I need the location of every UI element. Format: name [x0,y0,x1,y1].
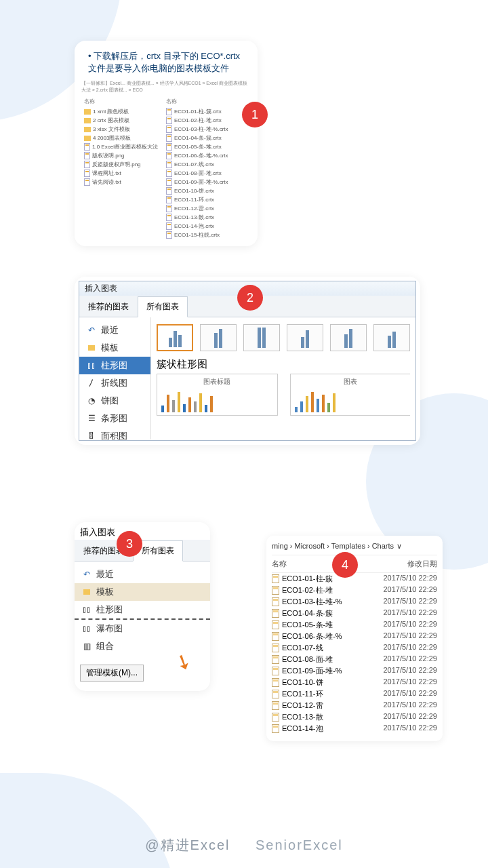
cat-bar[interactable]: ☰条形图 [79,410,150,427]
template-file-icon [272,644,279,652]
table-row[interactable]: ECO1-10-饼2017/5/10 22:29 [272,677,437,688]
table-row[interactable]: ECO1-13-散2017/5/10 22:29 [272,711,437,723]
list-item[interactable]: ECO1-12-雷.crtx [166,204,251,213]
template-file-icon [272,586,279,595]
cat-recent[interactable]: ↶最近 [79,321,150,339]
file-icon [166,178,172,186]
subtype-stacked-pct[interactable] [243,324,280,351]
list-item[interactable]: 4 2003图表模板 [84,134,166,142]
list-item[interactable]: 3 xlsx 文件模板 [84,125,166,134]
cat-template[interactable]: 模板 [75,583,210,601]
file-icon [166,134,172,142]
step-badge-2: 2 [237,285,263,311]
template-file-icon [272,690,279,698]
cat-pie[interactable]: ◔饼图 [79,392,150,410]
table-row[interactable]: ECO1-09-面-堆-%2017/5/10 22:29 [272,665,437,677]
panel-step3: 插入图表 推荐的图表 所有图表 ↶最近 模板 ⫿⫿柱形图 ⫿⫿瀑布图 ▥组合 管… [75,522,210,691]
explorer-breadcrumb[interactable]: ming›Microsoft›Templates›Charts∨ [272,540,437,555]
table-row[interactable]: ECO1-02-柱-堆2017/5/10 22:29 [272,585,437,596]
file-icon [166,143,172,151]
cat-label: 条形图 [101,412,127,425]
list-item[interactable]: 1 xml 颜色模板 [84,107,166,116]
list-item[interactable]: 1.0 Excel商业图表模板大法 [84,142,166,151]
cat-recent[interactable]: ↶最近 [75,566,210,583]
tab-all-charts[interactable]: 所有图表 [138,296,188,317]
table-row[interactable]: ECO1-08-面-堆2017/5/10 22:29 [272,654,437,665]
col-header: 名称 [166,98,251,105]
table-row[interactable]: ECO1-04-条-簇2017/5/10 22:29 [272,608,437,619]
file-icon [166,170,172,177]
list-item[interactable]: 请先阅读.txt [84,178,166,186]
list-item[interactable]: 课程网址.txt [84,169,166,178]
table-row[interactable]: ECO1-05-条-堆2017/5/10 22:29 [272,619,437,631]
list-item[interactable]: ECO1-13-散.crtx [166,213,251,222]
table-row[interactable]: ECO1-14-泡2017/5/10 22:29 [272,723,437,734]
subtype-3d-column[interactable] [373,324,410,351]
breadcrumb: 【一研修班】Excel... 商业图表模... » 经济学人风格ECO1 » E… [81,80,251,94]
dialog-title: 插入图表 [75,522,210,540]
list-item[interactable]: ECO1-02-柱-堆.crtx [166,116,251,125]
chart-subtype-row [157,324,410,351]
template-file-icon [272,667,279,675]
cat-label: 模板 [96,586,114,598]
folder-icon [84,136,91,141]
sample-chart-1[interactable]: 图表标题 [157,374,278,416]
list-item[interactable]: ECO1-15-柱线.crtx [166,231,251,239]
table-row[interactable]: ECO1-03-柱-堆-%2017/5/10 22:29 [272,596,437,608]
footer-en: SeniorExcel [256,837,343,852]
list-item[interactable]: 反盗版使权声明.png [84,160,166,169]
template-file-icon [272,713,279,722]
template-file-icon [272,632,279,641]
cat-column[interactable]: ⫿⫿柱形图 [79,357,150,374]
list-item[interactable]: ECO1-05-条-堆.crtx [166,142,251,151]
subtype-stacked[interactable] [200,324,237,351]
chevron-down-icon[interactable]: ∨ [396,542,402,550]
table-row[interactable]: ECO1-06-条-堆-%2017/5/10 22:29 [272,631,437,642]
list-item[interactable]: ECO1-06-条-堆-%.crtx [166,151,251,160]
list-item[interactable]: ECO1-10-饼.crtx [166,186,251,195]
cat-label: 面积图 [101,430,127,442]
folder-icon [84,109,91,115]
template-file-icon [272,609,279,618]
file-icon [166,108,172,115]
list-item[interactable]: ECO1-09-面-堆-%.crtx [166,178,251,186]
list-item[interactable]: ECO1-14-泡.crtx [166,222,251,231]
file-icon [166,161,172,168]
list-item[interactable]: ECO1-04-条-簇.crtx [166,134,251,142]
list-item[interactable]: ECO1-08-面-堆.crtx [166,169,251,178]
manage-templates-button[interactable]: 管理模板(M)... [80,665,144,682]
list-item[interactable]: ECO1-11-环.crtx [166,195,251,204]
file-icon [166,205,172,212]
list-item[interactable]: ECO1-03-柱-堆-%.crtx [166,125,251,134]
step-badge-3: 3 [117,531,142,557]
intro-bullet: 下载解压后，crtx 目录下的 ECO*.crtx 文件是要导入你电脑的图表模板… [81,50,251,75]
step-badge-1: 1 [242,102,268,127]
table-row[interactable]: ECO1-11-环2017/5/10 22:29 [272,688,437,700]
list-item[interactable]: ECO1-01-柱-簇.crtx [166,107,251,116]
subtype-3d-clustered[interactable] [287,324,323,351]
col-date[interactable]: 修改日期 [368,559,437,569]
subtype-clustered[interactable] [157,324,193,351]
tab-recommended[interactable]: 推荐的图表 [79,296,138,317]
template-file-icon [272,701,279,710]
cat-label: 最近 [101,324,119,336]
cat-template[interactable]: 模板 [79,339,150,357]
file-icon [84,170,90,177]
cat-column[interactable]: ⫿⫿柱形图 [75,601,210,620]
cat-label: 组合 [96,640,114,652]
cat-label: 饼图 [101,395,119,407]
cat-label: 折线图 [101,377,127,389]
table-row[interactable]: ECO1-12-雷2017/5/10 22:29 [272,700,437,711]
sample-chart-2[interactable]: 图表 [290,374,411,416]
list-item[interactable]: 版权说明.png [84,151,166,160]
cat-line[interactable]: 〳折线图 [79,374,150,392]
step-badge-4: 4 [332,552,358,578]
cat-area[interactable]: 〿面积图 [79,427,150,445]
table-row[interactable]: ECO1-01-柱-簇2017/5/10 22:29 [272,573,437,585]
list-item[interactable]: ECO1-07-线.crtx [166,160,251,169]
folder-list-left: 1 xml 颜色模板2 crtx 图表模板3 xlsx 文件模板4 2003图表… [84,107,166,186]
cat-waterfall[interactable]: ⫿⫿瀑布图 [75,620,210,637]
table-row[interactable]: ECO1-07-线2017/5/10 22:29 [272,642,437,654]
list-item[interactable]: 2 crtx 图表模板 [84,116,166,125]
subtype-3d-stacked[interactable] [330,324,367,351]
